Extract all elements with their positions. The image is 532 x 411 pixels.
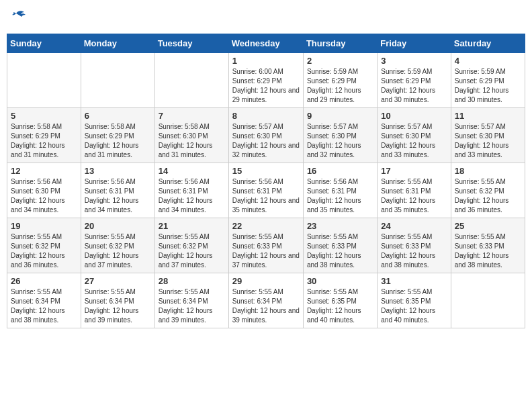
calendar-cell: 29Sunrise: 5:55 AM Sunset: 6:34 PM Dayli… [228,273,303,328]
day-number: 8 [232,111,300,121]
logo [9,12,26,21]
weekday-header-row: SundayMondayTuesdayWednesdayThursdayFrid… [7,34,525,53]
calendar-cell: 17Sunrise: 5:55 AM Sunset: 6:31 PM Dayli… [378,163,451,218]
day-info: Sunrise: 5:55 AM Sunset: 6:32 PM Dayligh… [85,232,151,270]
day-info: Sunrise: 5:55 AM Sunset: 6:31 PM Dayligh… [381,177,447,215]
calendar-cell: 11Sunrise: 5:57 AM Sunset: 6:30 PM Dayli… [451,108,525,163]
day-info: Sunrise: 5:55 AM Sunset: 6:32 PM Dayligh… [11,232,77,270]
calendar-cell [7,53,81,108]
calendar-cell: 26Sunrise: 5:55 AM Sunset: 6:34 PM Dayli… [7,273,81,328]
day-info: Sunrise: 5:57 AM Sunset: 6:30 PM Dayligh… [232,122,300,160]
day-info: Sunrise: 5:56 AM Sunset: 6:31 PM Dayligh… [159,177,225,215]
day-number: 4 [455,56,521,66]
day-number: 14 [159,166,225,176]
day-info: Sunrise: 5:55 AM Sunset: 6:33 PM Dayligh… [307,232,373,270]
calendar-cell [154,53,228,108]
weekday-header-friday: Friday [378,34,451,53]
calendar-table: SundayMondayTuesdayWednesdayThursdayFrid… [7,34,525,328]
day-info: Sunrise: 5:55 AM Sunset: 6:34 PM Dayligh… [159,287,225,325]
day-number: 30 [307,276,373,286]
day-info: Sunrise: 5:55 AM Sunset: 6:32 PM Dayligh… [159,232,225,270]
day-number: 13 [85,166,151,176]
day-number: 6 [85,111,151,121]
day-info: Sunrise: 5:58 AM Sunset: 6:29 PM Dayligh… [11,122,77,160]
calendar-cell: 20Sunrise: 5:55 AM Sunset: 6:32 PM Dayli… [81,218,154,273]
weekday-header-thursday: Thursday [303,34,377,53]
day-number: 2 [307,56,373,66]
day-number: 10 [381,111,447,121]
day-number: 17 [381,166,447,176]
calendar-cell: 27Sunrise: 5:55 AM Sunset: 6:34 PM Dayli… [81,273,154,328]
calendar-cell: 14Sunrise: 5:56 AM Sunset: 6:31 PM Dayli… [154,163,228,218]
calendar-cell: 12Sunrise: 5:56 AM Sunset: 6:30 PM Dayli… [7,163,81,218]
calendar-cell: 18Sunrise: 5:55 AM Sunset: 6:32 PM Dayli… [451,163,525,218]
calendar-cell: 3Sunrise: 5:59 AM Sunset: 6:29 PM Daylig… [378,53,451,108]
day-number: 1 [232,56,300,66]
day-info: Sunrise: 5:55 AM Sunset: 6:34 PM Dayligh… [85,287,151,325]
day-number: 19 [11,221,77,231]
day-info: Sunrise: 5:55 AM Sunset: 6:35 PM Dayligh… [381,287,447,325]
day-info: Sunrise: 5:59 AM Sunset: 6:29 PM Dayligh… [455,67,521,105]
calendar-cell: 15Sunrise: 5:56 AM Sunset: 6:31 PM Dayli… [228,163,303,218]
day-info: Sunrise: 5:59 AM Sunset: 6:29 PM Dayligh… [307,67,373,105]
calendar-cell: 7Sunrise: 5:58 AM Sunset: 6:30 PM Daylig… [154,108,228,163]
day-info: Sunrise: 5:58 AM Sunset: 6:30 PM Dayligh… [159,122,225,160]
day-number: 16 [307,166,373,176]
day-info: Sunrise: 5:55 AM Sunset: 6:34 PM Dayligh… [11,287,77,325]
day-number: 5 [11,111,77,121]
day-number: 24 [381,221,447,231]
calendar-week-row: 5Sunrise: 5:58 AM Sunset: 6:29 PM Daylig… [7,108,525,163]
calendar-week-row: 1Sunrise: 6:00 AM Sunset: 6:29 PM Daylig… [7,53,525,108]
calendar-cell: 30Sunrise: 5:55 AM Sunset: 6:35 PM Dayli… [303,273,377,328]
logo-text [9,12,26,21]
calendar-cell: 22Sunrise: 5:55 AM Sunset: 6:33 PM Dayli… [228,218,303,273]
day-number: 27 [85,276,151,286]
calendar-cell [81,53,154,108]
day-number: 29 [232,276,300,286]
calendar-cell: 16Sunrise: 5:56 AM Sunset: 6:31 PM Dayli… [303,163,377,218]
calendar-cell: 10Sunrise: 5:57 AM Sunset: 6:30 PM Dayli… [378,108,451,163]
calendar-cell: 6Sunrise: 5:58 AM Sunset: 6:29 PM Daylig… [81,108,154,163]
day-info: Sunrise: 5:56 AM Sunset: 6:30 PM Dayligh… [11,177,77,215]
day-number: 21 [159,221,225,231]
day-number: 12 [11,166,77,176]
calendar-cell: 9Sunrise: 5:57 AM Sunset: 6:30 PM Daylig… [303,108,377,163]
calendar-cell: 1Sunrise: 6:00 AM Sunset: 6:29 PM Daylig… [228,53,303,108]
day-number: 22 [232,221,300,231]
calendar-cell [451,273,525,328]
weekday-header-wednesday: Wednesday [228,34,303,53]
day-info: Sunrise: 5:56 AM Sunset: 6:31 PM Dayligh… [307,177,373,215]
weekday-header-sunday: Sunday [7,34,81,53]
day-number: 15 [232,166,300,176]
day-info: Sunrise: 5:56 AM Sunset: 6:31 PM Dayligh… [85,177,151,215]
day-info: Sunrise: 5:55 AM Sunset: 6:32 PM Dayligh… [455,177,521,215]
calendar-cell: 19Sunrise: 5:55 AM Sunset: 6:32 PM Dayli… [7,218,81,273]
day-info: Sunrise: 5:55 AM Sunset: 6:33 PM Dayligh… [232,232,300,270]
logo-bird-icon [11,9,26,21]
calendar-cell: 23Sunrise: 5:55 AM Sunset: 6:33 PM Dayli… [303,218,377,273]
day-number: 3 [381,56,447,66]
day-number: 25 [455,221,521,231]
day-info: Sunrise: 5:55 AM Sunset: 6:34 PM Dayligh… [232,287,300,325]
calendar-cell: 2Sunrise: 5:59 AM Sunset: 6:29 PM Daylig… [303,53,377,108]
calendar-cell: 31Sunrise: 5:55 AM Sunset: 6:35 PM Dayli… [378,273,451,328]
day-info: Sunrise: 5:57 AM Sunset: 6:30 PM Dayligh… [307,122,373,160]
weekday-header-tuesday: Tuesday [154,34,228,53]
day-number: 18 [455,166,521,176]
day-info: Sunrise: 5:59 AM Sunset: 6:29 PM Dayligh… [381,67,447,105]
calendar-cell: 21Sunrise: 5:55 AM Sunset: 6:32 PM Dayli… [154,218,228,273]
weekday-header-saturday: Saturday [451,34,525,53]
calendar-cell: 13Sunrise: 5:56 AM Sunset: 6:31 PM Dayli… [81,163,154,218]
day-number: 7 [159,111,225,121]
day-number: 20 [85,221,151,231]
calendar-week-row: 12Sunrise: 5:56 AM Sunset: 6:30 PM Dayli… [7,163,525,218]
calendar-week-row: 26Sunrise: 5:55 AM Sunset: 6:34 PM Dayli… [7,273,525,328]
day-number: 31 [381,276,447,286]
calendar-cell: 5Sunrise: 5:58 AM Sunset: 6:29 PM Daylig… [7,108,81,163]
day-number: 9 [307,111,373,121]
calendar-cell: 8Sunrise: 5:57 AM Sunset: 6:30 PM Daylig… [228,108,303,163]
day-info: Sunrise: 5:55 AM Sunset: 6:35 PM Dayligh… [307,287,373,325]
calendar-week-row: 19Sunrise: 5:55 AM Sunset: 6:32 PM Dayli… [7,218,525,273]
day-number: 28 [159,276,225,286]
day-number: 26 [11,276,77,286]
